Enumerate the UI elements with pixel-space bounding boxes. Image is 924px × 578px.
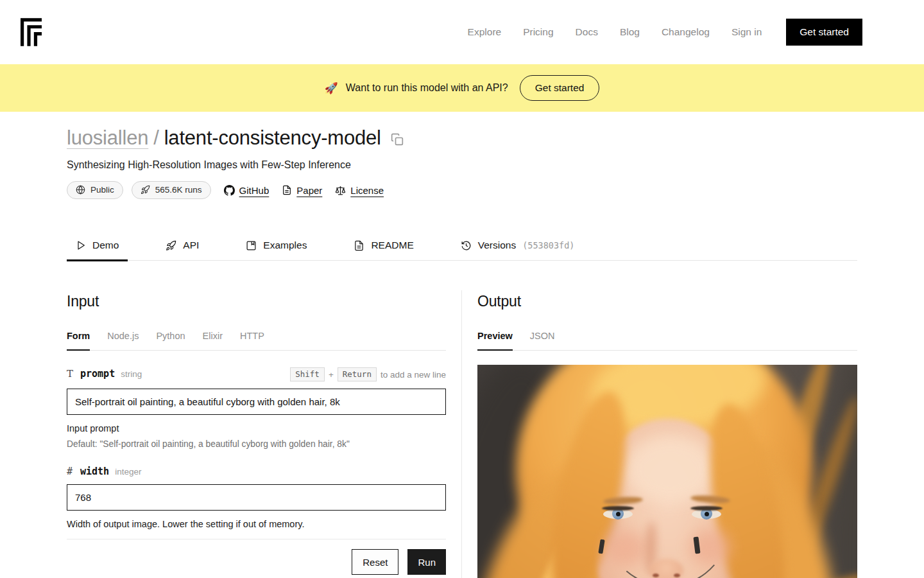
reset-button[interactable]: Reset (352, 549, 398, 575)
output-panel: Output Preview JSON (477, 290, 857, 578)
nav-changelog[interactable]: Changelog (662, 26, 710, 38)
nav-blog[interactable]: Blog (620, 26, 640, 38)
play-icon (76, 240, 86, 250)
title-separator: / (153, 127, 158, 149)
license-scales-icon (335, 185, 346, 196)
tab-demo[interactable]: Demo (67, 231, 128, 261)
prompt-field-name: prompt (80, 368, 115, 380)
plus-sign: + (329, 370, 334, 380)
banner-get-started-button[interactable]: Get started (520, 75, 600, 101)
column-divider (461, 290, 462, 578)
bookmark-square-icon (246, 240, 257, 251)
license-link-label: License (350, 185, 384, 196)
width-description: Width of output image. Lower the setting… (67, 519, 446, 529)
tab-readme-label: README (371, 240, 413, 251)
tab-versions-label: Versions (478, 240, 516, 251)
model-title-row: luosiallen/latent-consistency-model (67, 127, 857, 150)
tab-examples[interactable]: Examples (237, 231, 316, 261)
paper-icon (282, 185, 292, 195)
rocket-icon (166, 240, 176, 251)
width-field-name: width (80, 466, 109, 477)
replicate-logo[interactable] (21, 18, 42, 46)
site-nav: Explore Pricing Docs Blog Changelog Sign… (468, 19, 862, 46)
version-hash: (553803fd) (522, 240, 574, 250)
prompt-description: Input prompt (67, 423, 446, 434)
width-input[interactable] (67, 484, 446, 511)
integer-type-icon: # (67, 466, 74, 477)
model-owner-link[interactable]: luosiallen (67, 127, 148, 149)
copy-icon[interactable] (391, 133, 404, 146)
tab-demo-label: Demo (92, 240, 119, 251)
tab-versions[interactable]: Versions (553803fd) (452, 231, 584, 261)
input-panel: Input Form Node.js Python Elixir HTTP T … (67, 290, 446, 578)
paper-link[interactable]: Paper (282, 185, 322, 196)
prompt-field-header: T prompt string Shift + Return to add a … (67, 367, 446, 381)
nav-docs[interactable]: Docs (576, 26, 598, 38)
input-title: Input (67, 293, 446, 310)
output-title: Output (477, 293, 857, 310)
tab-python[interactable]: Python (156, 331, 185, 351)
demo-columns: Input Form Node.js Python Elixir HTTP T … (67, 290, 857, 578)
badge-row: Public 565.6K runs GitHub Paper (67, 181, 857, 199)
form-actions: Reset Run (67, 549, 446, 575)
header-get-started-button[interactable]: Get started (786, 19, 862, 46)
model-name: latent-consistency-model (164, 127, 381, 149)
rocket-icon (141, 185, 150, 195)
history-icon (461, 240, 472, 251)
prompt-input[interactable] (67, 389, 446, 415)
banner-message: Want to run this model with an API? (346, 82, 508, 94)
hint-text: to add a new line (381, 370, 446, 380)
rocket-emoji: 🚀 (325, 82, 338, 95)
tab-json[interactable]: JSON (530, 331, 555, 351)
tab-form[interactable]: Form (67, 331, 90, 351)
document-icon (354, 240, 364, 251)
globe-icon (76, 185, 85, 195)
input-language-tabs: Form Node.js Python Elixir HTTP (67, 331, 446, 351)
tab-nodejs[interactable]: Node.js (107, 331, 139, 351)
prompt-field-label: T prompt string (67, 368, 142, 380)
nav-explore[interactable]: Explore (468, 26, 502, 38)
nav-sign-in[interactable]: Sign in (732, 26, 762, 38)
tab-examples-label: Examples (263, 240, 307, 251)
run-button[interactable]: Run (407, 549, 446, 575)
visibility-badge-label: Public (90, 185, 114, 195)
site-header: Explore Pricing Docs Blog Changelog Sign… (0, 0, 924, 64)
tab-http[interactable]: HTTP (240, 331, 264, 351)
form-divider (67, 539, 446, 539)
tab-api[interactable]: API (157, 231, 208, 261)
model-tab-bar: Demo API Examples README (67, 231, 857, 261)
prompt-default-note: Default: "Self-portrait oil painting, a … (67, 439, 446, 449)
model-title: luosiallen/latent-consistency-model (67, 127, 381, 150)
runs-badge-label: 565.6K runs (155, 185, 202, 195)
tab-elixir[interactable]: Elixir (203, 331, 223, 351)
return-key: Return (338, 367, 377, 381)
api-promo-banner: 🚀 Want to run this model with an API? Ge… (0, 64, 924, 112)
github-icon (224, 185, 235, 196)
nav-pricing[interactable]: Pricing (523, 26, 553, 38)
replicate-logo-icon (21, 18, 42, 46)
output-view-tabs: Preview JSON (477, 331, 857, 351)
newline-hint: Shift + Return to add a new line (290, 367, 446, 381)
width-field-label: # width integer (67, 466, 141, 477)
output-image[interactable] (477, 365, 857, 578)
model-description: Synthesizing High-Resolution Images with… (67, 159, 857, 171)
visibility-badge: Public (67, 181, 123, 199)
paper-link-label: Paper (296, 185, 322, 196)
runs-badge: 565.6K runs (132, 181, 211, 199)
github-link[interactable]: GitHub (224, 185, 270, 196)
license-link[interactable]: License (335, 185, 384, 196)
shift-key: Shift (290, 367, 325, 381)
prompt-field-type: string (121, 369, 142, 379)
width-field-type: integer (115, 467, 141, 477)
width-field-header: # width integer (67, 466, 446, 477)
tab-readme[interactable]: README (345, 231, 422, 261)
tab-preview[interactable]: Preview (477, 331, 513, 351)
tab-api-label: API (183, 240, 199, 251)
github-link-label: GitHub (239, 185, 270, 196)
string-type-icon: T (67, 368, 74, 380)
